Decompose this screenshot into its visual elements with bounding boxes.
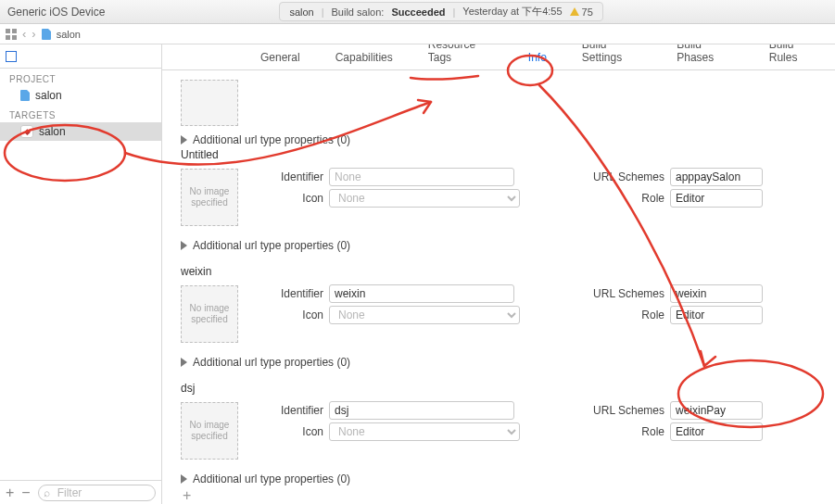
warning-badge[interactable]: 75 [570,6,593,18]
add-target-button[interactable]: + [6,485,14,500]
url-type-title: Untitled [181,148,835,161]
warning-count: 75 [582,6,593,18]
related-items-icon[interactable] [6,29,17,40]
back-chevron-icon[interactable]: ‹ [22,27,26,41]
url-schemes-input[interactable] [670,168,763,186]
role-select[interactable] [670,422,763,441]
project-file-icon [42,29,51,40]
url-schemes-label: URL Schemes [581,287,664,300]
jump-bar[interactable]: ‹ › salon [0,24,835,44]
targets-section-label: TARGETS [0,105,161,122]
role-select[interactable] [670,306,763,324]
image-well[interactable] [181,80,238,126]
image-well[interactable]: No image specified [181,169,238,226]
icon-select[interactable]: None [329,422,520,441]
main-split: PROJECT salon TARGETS ◆ salon + − ⌕ Gene… [0,44,835,504]
image-well[interactable]: No image specified [181,285,238,343]
project-item-label: salon [35,89,62,102]
url-schemes-label: URL Schemes [581,170,664,183]
icon-select[interactable]: None [329,306,520,324]
warning-icon [570,7,579,16]
tab-resource-tags[interactable]: Resource Tags [428,44,493,69]
sidebar-footer: + − ⌕ [0,480,161,504]
status-project: salon [289,6,313,18]
target-tabs: General Capabilities Resource Tags Info … [162,44,835,70]
jump-bar-file[interactable]: salon [57,29,81,40]
activity-status: salon | Build salon: Succeeded | Yesterd… [279,2,602,21]
role-label: Role [581,192,664,205]
icon-label: Icon [272,192,323,205]
targets-filter-input[interactable] [38,485,156,501]
remove-target-button[interactable]: − [21,485,30,500]
disclosure-triangle-icon [181,358,187,367]
tab-build-phases[interactable]: Build Phases [677,44,733,69]
url-schemes-label: URL Schemes [581,404,664,417]
additional-properties-1[interactable]: Additional url type properties (0) [181,239,835,252]
status-time: Yesterday at 下午4:55 [462,5,562,19]
role-label: Role [581,425,664,438]
editor-area: General Capabilities Resource Tags Info … [162,44,835,504]
status-result: Succeeded [391,6,445,18]
url-type-title: weixin [181,265,835,278]
role-label: Role [581,309,664,321]
identifier-input[interactable] [329,168,514,186]
url-type-untitled: Untitled No image specified Identifier I… [181,148,835,252]
project-section-label: PROJECT [0,69,161,86]
filter-icon: ⌕ [44,486,50,499]
tab-build-settings[interactable]: Build Settings [582,44,641,69]
info-editor: Additional url type properties (0) Untit… [162,70,835,504]
url-schemes-input[interactable] [670,401,763,420]
additional-properties-0[interactable]: Additional url type properties (0) [181,133,835,146]
xcode-toolbar: Generic iOS Device salon | Build salon: … [0,0,835,24]
role-select[interactable] [670,189,763,208]
icon-label: Icon [272,425,323,438]
forward-chevron-icon[interactable]: › [32,27,35,41]
project-file-icon [20,90,30,101]
project-item-salon[interactable]: salon [0,86,161,105]
url-schemes-input[interactable] [670,284,763,303]
identifier-input[interactable] [329,401,514,420]
tab-capabilities[interactable]: Capabilities [335,51,393,69]
app-icon: ◆ [20,125,33,138]
icon-label: Icon [272,309,323,321]
status-build-label: Build salon: [332,6,385,18]
disclosure-triangle-icon [181,241,187,250]
identifier-label: Identifier [272,287,323,300]
project-navigator-icon[interactable] [6,51,17,62]
additional-properties-3[interactable]: Additional url type properties (0) [181,472,835,485]
icon-select[interactable]: None [329,189,520,208]
target-item-label: salon [39,125,66,138]
url-type-dsj: dsj No image specified Identifier Icon N… [181,382,835,504]
run-destination[interactable]: Generic iOS Device [7,6,105,19]
disclosure-triangle-icon [181,135,187,145]
identifier-input[interactable] [329,284,514,303]
targets-sidebar: PROJECT salon TARGETS ◆ salon + − ⌕ [0,44,162,504]
tab-build-rules[interactable]: Build Rules [769,44,818,69]
tab-info[interactable]: Info [528,51,547,69]
add-url-type-button[interactable]: + [183,487,835,504]
additional-properties-2[interactable]: Additional url type properties (0) [181,356,835,369]
target-item-salon[interactable]: ◆ salon [0,122,161,141]
image-well[interactable]: No image specified [181,402,238,460]
identifier-label: Identifier [272,170,323,183]
url-type-weixin: weixin No image specified Identifier Ico… [181,265,835,369]
sidebar-header [0,44,161,69]
url-type-title: dsj [181,382,835,395]
disclosure-triangle-icon [181,474,187,484]
identifier-label: Identifier [272,404,323,417]
tab-general[interactable]: General [260,51,300,69]
